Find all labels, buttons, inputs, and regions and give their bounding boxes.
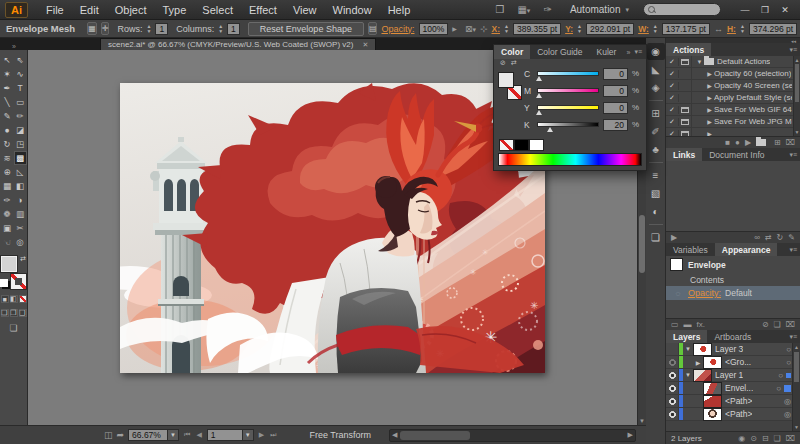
columns-stepper[interactable]: ▲▼ (218, 24, 223, 34)
vertical-scroll-thumb[interactable] (639, 215, 645, 273)
opacity-flyout-icon[interactable]: ▶ (452, 25, 457, 32)
expander-icon[interactable]: ▶ (693, 359, 703, 366)
h-field[interactable]: 374.296 pt (749, 23, 797, 35)
slider-handle[interactable] (536, 93, 542, 98)
duplicate-item-icon[interactable]: ❏ (774, 320, 781, 329)
swap-fill-stroke-icon[interactable]: ⇄ (20, 255, 26, 263)
new-action-icon[interactable]: ⊞ (774, 138, 781, 147)
target-icon[interactable]: ○ (776, 384, 781, 393)
h-stepper[interactable]: ▲▼ (740, 24, 745, 34)
document-tab[interactable]: scene2.ai* @ 66.67% (CMYK/Preview/U.S. W… (100, 38, 376, 50)
appearance-row-envelope[interactable]: Envelope (666, 256, 800, 273)
zoom-dropdown-icon[interactable]: ▼ (168, 429, 179, 441)
tool-rectangle[interactable]: ▭ (14, 95, 27, 109)
locate-object-icon[interactable]: ⊙ (750, 434, 757, 443)
w-stepper[interactable]: ▲▼ (653, 24, 658, 34)
action-row[interactable]: ✓ ▶ Apply Default Style (selecti... (666, 92, 800, 104)
graphic-styles-panel-icon[interactable]: ❏ (647, 229, 665, 246)
black-swatch[interactable] (515, 140, 528, 150)
reset-envelope-shape-button[interactable]: Reset Envelope Shape (248, 22, 364, 36)
tool-width[interactable]: ≋ (1, 151, 14, 165)
artboard-field[interactable]: 1 (207, 429, 243, 441)
cyan-value-field[interactable]: 0 (603, 68, 628, 80)
visibility-icon[interactable]: ◌ (672, 289, 684, 298)
workspace-switcher[interactable]: Automation▾ (564, 3, 635, 16)
none-swatch[interactable] (500, 140, 513, 150)
columns-field[interactable]: 1 (227, 23, 240, 35)
toolbar-collapse-icon[interactable]: » (0, 43, 28, 50)
opacity-field[interactable]: 100% (419, 23, 449, 35)
swap-mini-icon[interactable]: ⇄ (511, 59, 517, 67)
stroke-panel-icon[interactable]: ≡ (647, 167, 665, 184)
play-action-icon[interactable]: ▶ (745, 138, 751, 147)
bridge-icon[interactable]: ❒ (492, 4, 508, 15)
target-icon[interactable]: ◎ (784, 397, 791, 406)
action-row[interactable]: ✓ ▶ Save For Web GIF 64 Dithe... (666, 104, 800, 116)
action-check[interactable]: ✓ (666, 106, 679, 114)
action-row[interactable]: ✓ ▶ Save For Web JPG Medium (666, 116, 800, 128)
action-dialog-toggle[interactable] (679, 68, 692, 79)
layer-row[interactable]: <Path> ◎ (666, 395, 800, 408)
action-check[interactable]: ✓ (666, 130, 679, 137)
target-icon[interactable]: ○ (786, 345, 791, 354)
layer-row[interactable]: ▼ Layer 3 ○ (666, 343, 800, 356)
action-dialog-toggle[interactable] (679, 56, 692, 67)
tool-paintbrush[interactable]: ✎ (1, 109, 14, 123)
delete-icon[interactable]: ⌧ (786, 434, 795, 443)
x-field[interactable]: 389.355 pt (513, 23, 561, 35)
expander-icon[interactable]: ▶ (705, 94, 714, 101)
export-icon[interactable]: ➦ (117, 430, 125, 440)
appearance-row-opacity[interactable]: ◌ Opacity: Default (666, 286, 800, 300)
tool-free-transform[interactable]: ▩ (14, 151, 27, 165)
symbols-panel-icon[interactable]: ♣ (647, 141, 665, 158)
tool-blob-brush[interactable]: ● (1, 123, 14, 137)
action-check[interactable]: ✓ (666, 58, 679, 66)
action-row[interactable]: ✓ ▼ Default Actions (666, 56, 800, 68)
w-label[interactable]: W: (638, 24, 649, 34)
restore-button[interactable]: ❐ (755, 2, 775, 18)
scroll-down-icon[interactable]: ▼ (794, 129, 800, 135)
tool-direct-selection[interactable]: ⇖ (14, 53, 27, 67)
expander-icon[interactable]: ▶ (705, 118, 714, 125)
tool-blend[interactable]: ◑ (14, 193, 27, 207)
add-new-effect-icon[interactable]: fx. (697, 320, 705, 329)
layer-row[interactable]: Envel... ○ (666, 382, 800, 395)
magenta-slider[interactable] (537, 88, 599, 93)
cs-live-icon[interactable]: ✑ (540, 4, 556, 15)
scroll-down-icon[interactable]: ▼ (793, 424, 800, 430)
draw-inside-button[interactable]: ❑ (19, 309, 27, 317)
opacity-link[interactable]: Opacity: (688, 288, 721, 298)
action-check[interactable]: ✓ (666, 82, 679, 90)
begin-recording-icon[interactable]: ● (735, 138, 740, 147)
delete-icon[interactable]: ⌧ (786, 138, 795, 147)
update-link-icon[interactable]: ↻ (777, 233, 784, 242)
layer-row[interactable]: <Path> ◎ (666, 408, 800, 421)
color-button[interactable]: ■ (1, 295, 9, 303)
close-button[interactable]: ✕ (775, 2, 795, 18)
edit-contents-button[interactable]: ✛ (101, 22, 110, 35)
delete-icon[interactable]: ⌧ (786, 320, 795, 329)
close-tab-icon[interactable]: ✕ (362, 41, 368, 49)
menu-object[interactable]: Object (107, 0, 155, 20)
select-similar-icon[interactable]: ⊠▾ (465, 24, 476, 34)
tab-actions[interactable]: Actions (666, 43, 711, 56)
visibility-toggle[interactable] (666, 395, 679, 407)
horizontal-scroll-thumb[interactable] (400, 431, 470, 440)
arrange-documents-icon[interactable]: ▦▾ (516, 4, 532, 15)
action-row[interactable]: ✓ ▶ Opacity 60 (selection) (666, 68, 800, 80)
tool-pen[interactable]: ✒ (1, 81, 14, 95)
expander-icon[interactable]: ▼ (683, 372, 693, 378)
brushes-panel-icon[interactable]: ✐ (647, 123, 665, 140)
scroll-thumb[interactable] (794, 352, 799, 382)
panel-menu-icon[interactable]: ▾≡ (789, 43, 800, 56)
tool-scale[interactable]: ◳ (14, 137, 27, 151)
tool-slice[interactable]: ✂ (14, 221, 27, 235)
yellow-slider[interactable] (537, 105, 599, 110)
rows-field[interactable]: 1 (155, 23, 168, 35)
action-dialog-toggle[interactable] (679, 128, 692, 136)
y-stepper[interactable]: ▲▼ (577, 24, 582, 34)
draw-normal-button[interactable]: ❏ (1, 309, 9, 317)
tool-column-graph[interactable]: ▥ (14, 207, 27, 221)
scroll-up-icon[interactable]: ▲ (794, 57, 800, 63)
expander-icon[interactable]: ▶ (705, 130, 714, 136)
